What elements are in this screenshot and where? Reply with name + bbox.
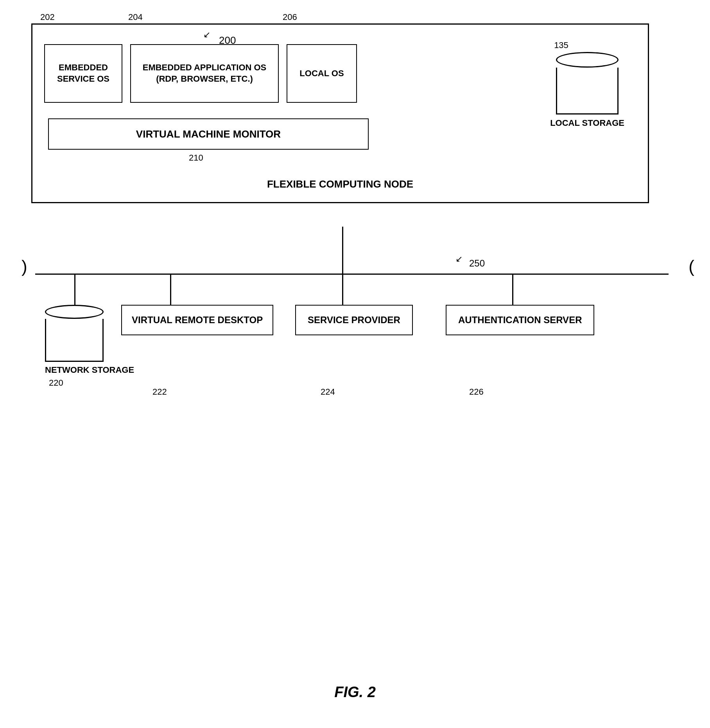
service-provider-box: SERVICE PROVIDER — [295, 305, 413, 335]
ref-250: 250 — [469, 258, 485, 269]
ref-200: 200 — [219, 34, 236, 47]
local-storage-cylinder — [556, 52, 619, 114]
local-os-box: LOCAL OS — [287, 44, 357, 103]
vline-network-storage — [74, 274, 75, 305]
virtual-remote-desktop-box: VIRTUAL REMOTE DESKTOP — [121, 305, 273, 335]
local-storage-label: LOCAL STORAGE — [550, 118, 624, 129]
arrow-250: ↙ — [455, 254, 463, 264]
ref-224: 224 — [321, 387, 335, 397]
local-os-label: LOCAL OS — [299, 68, 344, 79]
vline-vrd — [170, 274, 171, 305]
network-line — [35, 274, 669, 275]
vert-line-main — [342, 227, 343, 274]
ref-202: 202 — [40, 12, 55, 22]
virtual-remote-desktop-label: VIRTUAL REMOTE DESKTOP — [132, 315, 263, 325]
embedded-app-os-label: EMBEDDED APPLICATION OS (RDP, BROWSER, E… — [138, 62, 271, 84]
ref-210: 210 — [189, 153, 203, 163]
ref-206: 206 — [283, 12, 297, 22]
bracket-right: ( — [688, 258, 694, 275]
embedded-service-os-label: EMBEDDED SERVICE OS — [52, 62, 115, 84]
ref-135: 135 — [554, 40, 568, 50]
local-storage-container: 135 LOCAL STORAGE — [550, 40, 624, 129]
arrow-200: ↙ — [203, 30, 210, 40]
network-storage-label: NETWORK STORAGE — [45, 364, 134, 376]
fcn-label: FLEXIBLE COMPUTING NODE — [267, 178, 413, 190]
ref-226: 226 — [469, 387, 484, 397]
service-provider-label: SERVICE PROVIDER — [308, 315, 400, 325]
network-storage-node: NETWORK STORAGE 220 — [45, 305, 134, 388]
auth-server-box: AUTHENTICATION SERVER — [446, 305, 594, 335]
vline-auth-server — [512, 274, 513, 305]
bracket-left: ) — [22, 258, 27, 275]
vline-service-provider — [342, 274, 343, 305]
embedded-app-os-box: EMBEDDED APPLICATION OS (RDP, BROWSER, E… — [130, 44, 279, 103]
vmm-label: VIRTUAL MACHINE MONITOR — [136, 128, 281, 140]
main-computing-node-box: 202 204 206 EMBEDDED SERVICE OS EMBEDDED… — [31, 23, 649, 203]
embedded-service-os-box: EMBEDDED SERVICE OS — [44, 44, 122, 103]
auth-server-label: AUTHENTICATION SERVER — [458, 315, 582, 325]
figure-label: FIG. 2 — [334, 684, 376, 701]
vmm-box: VIRTUAL MACHINE MONITOR — [48, 118, 369, 150]
ref-222: 222 — [152, 387, 167, 397]
ref-220: 220 — [49, 378, 134, 388]
ref-204: 204 — [128, 12, 143, 22]
